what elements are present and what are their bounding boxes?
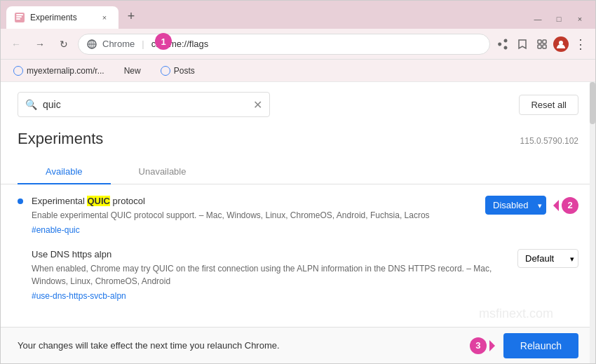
forward-button[interactable]: → [30,34,50,54]
maximize-button[interactable]: □ [549,12,569,26]
svg-rect-9 [543,40,546,43]
browser-window: Experiments × + — □ × ← → ↻ Chrome | [0,0,596,364]
experiment-title-2: Use DNS https alpn [32,249,509,259]
experiment-link-2[interactable]: #use-dns-https-svcb-alpn [32,291,126,301]
address-bar-row: ← → ↻ Chrome | chrome://flags 1 [1,29,595,60]
search-clear-button[interactable]: ✕ [253,98,262,112]
page-title: Experiments [18,130,103,148]
address-box[interactable]: Chrome | chrome://flags 1 [78,34,490,55]
experiment-item-dns: Use DNS https alpn When enabled, Chrome … [18,249,578,301]
globe-icon-2 [161,66,170,76]
address-chrome-label: Chrome [102,39,135,49]
experiment-control-wrapper-1: Default Disabled Enabled 2 [485,196,578,215]
experiments-header: Experiments 115.0.5790.102 [1,124,595,159]
tab-favicon [15,13,25,22]
share-icon[interactable] [494,36,511,53]
extensions-icon[interactable] [534,36,550,53]
experiment-desc-1: Enable experimental QUIC protocol suppor… [32,209,477,222]
tab-unavailable[interactable]: Unavailable [111,159,215,184]
bookmark-label-2: New [124,66,141,76]
tab-available[interactable]: Available [18,159,111,184]
search-box[interactable]: 🔍 ✕ [18,92,270,117]
active-tab[interactable]: Experiments × [6,6,118,29]
callout-2-wrapper: 2 [553,197,578,214]
svg-rect-11 [543,45,546,48]
experiment-item-quic: Experimental QUIC protocol Enable experi… [18,196,578,235]
callout-2: 2 [562,197,578,214]
version-number: 115.0.5790.102 [520,136,578,146]
search-icon: 🔍 [25,99,37,110]
svg-rect-10 [538,45,541,48]
title-prefix-1: Experimental [32,196,87,206]
minimize-button[interactable]: — [528,12,548,26]
bottom-message: Your changes will take effect the next t… [18,340,280,351]
svg-rect-3 [16,18,20,20]
experiment-select-2[interactable]: Default Disabled Enabled [517,249,578,268]
tab-bar: Experiments × + — □ × [1,1,595,29]
active-indicator [18,198,23,204]
svg-rect-8 [538,40,541,43]
relaunch-area: 3 Relaunch [470,333,578,358]
experiment-title-1: Experimental QUIC protocol [32,196,477,206]
search-input[interactable] [43,99,248,110]
reset-all-button[interactable]: Reset all [519,95,578,115]
bookmark-myexternalip[interactable]: myexternalip.com/r... [9,64,109,78]
svg-rect-1 [16,14,23,15]
back-button[interactable]: ← [6,34,26,54]
address-url: chrome://flags [151,39,209,49]
profile-avatar[interactable] [553,36,569,52]
scrollbar-thumb[interactable] [590,82,595,124]
globe-icon [13,66,23,76]
bookmark-icon[interactable] [514,36,531,53]
callout-3: 3 [470,337,487,354]
callout-3-wrapper: 3 [470,337,495,354]
experiment-control-wrapper-2: Default Disabled Enabled [517,249,578,268]
experiment-body-2: Use DNS https alpn When enabled, Chrome … [32,249,509,301]
refresh-button[interactable]: ↻ [54,34,74,54]
page-content: 🔍 ✕ Reset all Experiments 115.0.5790.102… [1,82,595,363]
bookmark-label-1: myexternalip.com/r... [27,66,104,76]
bookmark-label-3: Posts [174,66,195,76]
experiments-list: Experimental QUIC protocol Enable experi… [1,184,595,327]
tab-title: Experiments [30,13,93,22]
bookmark-posts[interactable]: Posts [156,64,199,78]
tab-close-button[interactable]: × [99,12,110,23]
experiment-desc-2: When enabled, Chrome may try QUIC on the… [32,262,509,288]
bottom-bar: Your changes will take effect the next t… [1,327,595,363]
new-tab-button[interactable]: + [121,6,141,26]
title-highlight-1: QUIC [87,196,110,206]
title-2-prefix: Use DNS https alpn [32,249,111,259]
bookmarks-bar: myexternalip.com/r... New Posts [1,60,595,82]
desc-highlight-2: QUIC [153,264,174,274]
more-options-button[interactable]: ⋮ [571,36,590,52]
svg-rect-2 [16,16,22,18]
search-area: 🔍 ✕ Reset all [1,82,595,124]
desc-prefix-2: When enabled, Chrome may try [32,264,153,274]
bookmark-new[interactable]: New [120,64,145,78]
site-info-icon [87,39,97,49]
experiment-body-1: Experimental QUIC protocol Enable experi… [32,196,477,235]
address-actions: ⋮ [494,36,590,53]
title-suffix-1: protocol [110,196,145,206]
experiment-select-wrapper-2: Default Disabled Enabled [517,249,578,268]
experiment-link-1[interactable]: #enable-quic [32,225,80,235]
window-controls: — □ × [528,12,590,29]
experiment-select-wrapper-1: Default Disabled Enabled [485,196,546,215]
scrollbar[interactable] [590,82,595,363]
experiment-select-1[interactable]: Default Disabled Enabled [485,196,546,215]
close-button[interactable]: × [570,12,590,26]
experiments-tab-row: Available Unavailable [1,159,595,184]
relaunch-button[interactable]: Relaunch [503,333,578,358]
